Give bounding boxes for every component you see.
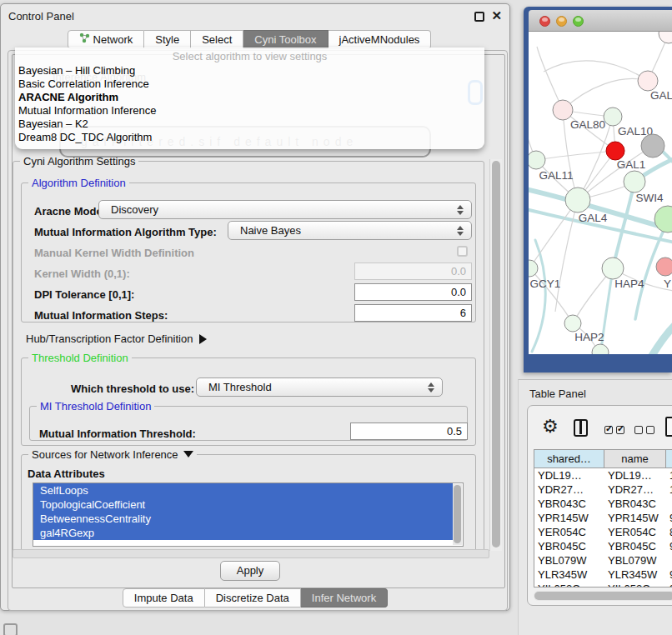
minimize-traffic-light[interactable] (556, 16, 567, 27)
tab-impute-data[interactable]: Impute Data (123, 588, 205, 608)
kernel-width-label: Kernel Width (0,1): (34, 268, 130, 280)
table-row[interactable]: YBR043CYBR043C (534, 497, 672, 511)
network-node-y[interactable] (656, 258, 672, 276)
table-cell: YBL079W (534, 553, 604, 568)
table-cell: YDR27… (604, 482, 666, 497)
network-node-label: GAL80 (570, 118, 605, 131)
table-cell: YPR145W (604, 511, 666, 525)
data-attributes-list[interactable]: SelfLoopsTopologicalCoefficientBetweenne… (33, 482, 464, 547)
table-cell: YER054C (534, 525, 604, 539)
algorithm-option-bayesian-k2[interactable]: Bayesian – K2 (15, 118, 484, 131)
which-threshold-value: MI Threshold (197, 381, 424, 393)
network-node[interactable] (641, 134, 664, 158)
column-header-col2[interactable] (666, 450, 672, 468)
float-window-icon[interactable] (474, 12, 484, 22)
apply-button[interactable]: Apply (220, 561, 280, 581)
gear-icon[interactable]: ⚙ (542, 416, 559, 437)
algorithm-option-bayesian-hill-climbing[interactable]: Bayesian – Hill Climbing (15, 64, 484, 78)
network-node-hap4[interactable] (602, 258, 624, 279)
manual-kernel-width-checkbox[interactable] (457, 246, 468, 257)
table-row[interactable]: YBR045CYBR045C9. (534, 539, 672, 553)
combo-arrows-icon (424, 382, 439, 392)
minimized-window-icon[interactable] (3, 623, 18, 635)
zoom-traffic-light[interactable] (573, 16, 584, 27)
table-row[interactable]: YDL19…YDL19…13 (534, 468, 672, 482)
kernel-width-field[interactable]: 0.0 (354, 262, 472, 280)
table-horizontal-scrollbar[interactable] (534, 591, 672, 601)
algorithm-option-basic-correlation-inference[interactable]: Basic Correlation Inference (15, 78, 484, 91)
network-node-swi4[interactable] (624, 171, 645, 192)
list-scrollbar[interactable] (453, 484, 462, 545)
node-attribute-table[interactable]: shared…name YDL19…YDL19…13YDR27…YDR27…12… (534, 449, 672, 588)
export-table-icon[interactable] (665, 417, 672, 437)
mi-algorithm-type-select[interactable]: Naive Bayes (228, 221, 472, 240)
network-node-label: GAL (650, 89, 672, 102)
table-cell: 9. (666, 511, 672, 525)
settings-horizontal-scrollbar[interactable] (13, 549, 489, 558)
tab-select[interactable]: Select (191, 30, 243, 49)
table-cell: 8. (666, 525, 672, 539)
table-row[interactable]: YER054CYER054C8. (534, 525, 672, 539)
tab-label: Network (93, 31, 133, 48)
column-header-shared[interactable]: shared… (534, 450, 604, 468)
table-cell: YBR043C (534, 497, 604, 511)
close-traffic-light[interactable] (539, 16, 550, 27)
table-row[interactable]: YPR145WYPR145W9. (534, 511, 672, 525)
tab-jactivemnodules[interactable]: jActiveMNodules (328, 30, 432, 49)
algorithm-popup-placeholder: Select algorithm to view settings (15, 50, 484, 64)
network-node-hap2[interactable] (564, 315, 581, 332)
network-node-gal80[interactable] (553, 100, 573, 120)
network-node[interactable] (659, 32, 672, 43)
table-cell: YIL052C (604, 582, 666, 588)
network-node[interactable] (654, 206, 672, 232)
network-node-gal1[interactable] (606, 142, 624, 160)
threshold-definition-title: Threshold Definition (28, 352, 132, 364)
tab-network[interactable]: Network (68, 30, 145, 49)
settings-scrollbar[interactable] (489, 159, 502, 551)
table-row[interactable]: YLR345WYLR345W9. (534, 568, 672, 582)
attribute-item-betweennesscentrality[interactable]: BetweennessCentrality (33, 512, 453, 526)
tab-discretize-data[interactable]: Discretize Data (205, 588, 301, 608)
expander-expanded-icon (183, 451, 193, 458)
table-panel-box: ⚙ shared…name YDL19…YDL19…13YDR27…YDR27…… (527, 405, 672, 606)
attribute-item-selfloops[interactable]: SelfLoops (33, 483, 453, 498)
tab-label: Cyni Toolbox (254, 31, 316, 48)
close-icon[interactable]: ✕ (491, 8, 502, 23)
network-window-titlebar[interactable] (529, 10, 672, 32)
network-node-gal10[interactable] (604, 108, 622, 126)
attribute-item-topologicalcoefficient[interactable]: TopologicalCoefficient (33, 498, 453, 512)
tab-infer-network[interactable]: Infer Network (301, 588, 388, 608)
network-node-gal4[interactable] (565, 188, 590, 212)
dpi-tolerance-field[interactable]: 0.0 (354, 283, 472, 301)
algorithm-option-aracne-algorithm[interactable]: ARACNE Algorithm (15, 91, 484, 104)
table-row[interactable]: YBL079WYBL079W (534, 553, 672, 568)
network-node-gcy1[interactable] (529, 260, 538, 277)
table-row[interactable]: YDR27…YDR27…12 (534, 482, 672, 497)
table-cell: 13 (666, 468, 672, 482)
algorithm-dropdown-popup: Select algorithm to view settings Bayesi… (15, 48, 484, 149)
window-title: Control Panel (8, 10, 74, 22)
deselect-all-checkboxes-icon[interactable] (634, 424, 658, 437)
which-threshold-select[interactable]: MI Threshold (196, 378, 443, 397)
mi-steps-field[interactable]: 6 (354, 304, 472, 322)
network-node-label: HAP2 (574, 331, 604, 343)
attribute-item-gal4rgexp[interactable]: gal4RGexp (33, 526, 453, 540)
columns-icon[interactable] (574, 419, 588, 437)
network-node-gal[interactable] (638, 71, 658, 91)
tab-cyni-toolbox[interactable]: Cyni Toolbox (243, 30, 328, 49)
network-canvas[interactable]: GALGAL80GAL10GAL1GAL11SWI4GAL4GCY1HAP4YH… (529, 32, 672, 354)
mi-threshold-field[interactable]: 0.5 (350, 422, 468, 440)
algorithm-option-dream8-dc-tdc-algorithm[interactable]: Dream8 DC_TDC Algorithm (15, 131, 484, 144)
tab-label: Select (202, 31, 232, 48)
expander-collapsed-icon (199, 334, 207, 344)
table-cell: YLR345W (604, 568, 666, 582)
select-all-checkboxes-icon[interactable] (604, 424, 628, 437)
algorithm-option-mutual-information-inference[interactable]: Mutual Information Inference (15, 104, 484, 118)
network-node-gal11[interactable] (529, 151, 545, 169)
column-header-name[interactable]: name (604, 450, 666, 468)
sources-expander[interactable]: Sources for Network Inference (28, 448, 197, 461)
aracne-mode-select[interactable]: Discovery (98, 200, 472, 219)
hub-definition-expander[interactable]: Hub/Transcription Factor Definition (26, 332, 207, 345)
table-row[interactable]: YIL052CYIL052C9. (534, 582, 672, 588)
tab-style[interactable]: Style (144, 30, 191, 49)
